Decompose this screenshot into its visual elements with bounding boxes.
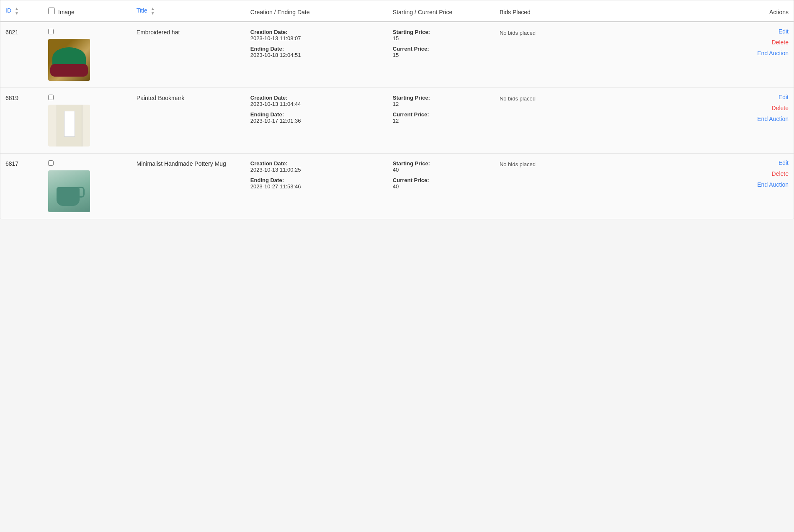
table-row: 6817Minimalist Handmade Pottery Mug Crea… (0, 154, 794, 219)
end-auction-button-2[interactable]: End Auction (699, 181, 789, 188)
cell-actions-2: Edit Delete End Auction (694, 154, 794, 219)
creation-date-value-0: 2023-10-13 11:08:07 (250, 35, 383, 41)
edit-button-2[interactable]: Edit (699, 159, 789, 166)
delete-button-0[interactable]: Delete (699, 39, 789, 46)
cell-bids-2: No bids placed (495, 154, 694, 219)
col-header-actions: Actions (694, 0, 794, 22)
col-header-title[interactable]: Title ▲▼ (131, 0, 245, 22)
col-header-price: Starting / Current Price (388, 0, 495, 22)
current-price-label-0: Current Price: (393, 46, 490, 52)
creation-date-label-2: Creation Date: (250, 160, 383, 167)
starting-price-label-1: Starting Price: (393, 95, 490, 101)
starting-price-label-2: Starting Price: (393, 160, 490, 167)
current-price-label-2: Current Price: (393, 177, 490, 183)
cell-image-2 (43, 154, 131, 219)
product-image-0 (48, 39, 90, 81)
current-price-value-0: 15 (393, 52, 490, 58)
title-sort-icon[interactable]: ▲▼ (151, 6, 155, 15)
delete-button-2[interactable]: Delete (699, 170, 789, 177)
table-row: 6819Painted Bookmark Creation Date: 2023… (0, 88, 794, 154)
cell-price-2: Starting Price: 40 Current Price: 40 (388, 154, 495, 219)
current-price-label-1: Current Price: (393, 111, 490, 118)
end-auction-button-0[interactable]: End Auction (699, 50, 789, 57)
cell-title-1: Painted Bookmark (131, 88, 245, 154)
cell-id-1: 6819 (0, 88, 43, 154)
product-image-2 (48, 170, 90, 212)
creation-date-value-1: 2023-10-13 11:04:44 (250, 101, 383, 107)
starting-price-value-1: 12 (393, 101, 490, 107)
ending-date-value-2: 2023-10-27 11:53:46 (250, 183, 383, 190)
cell-id-0: 6821 (0, 22, 43, 88)
auction-table: ID ▲▼ Image Title ▲▼ (0, 0, 794, 219)
cell-dates-2: Creation Date: 2023-10-13 11:00:25 Endin… (245, 154, 388, 219)
delete-button-1[interactable]: Delete (699, 105, 789, 111)
id-sort-icon[interactable]: ▲▼ (15, 6, 19, 15)
cell-id-2: 6817 (0, 154, 43, 219)
ending-date-label-0: Ending Date: (250, 46, 383, 52)
table-header-row: ID ▲▼ Image Title ▲▼ (0, 0, 794, 22)
creation-date-label-1: Creation Date: (250, 95, 383, 101)
cell-bids-0: No bids placed (495, 22, 694, 88)
edit-button-1[interactable]: Edit (699, 94, 789, 100)
cell-image-1 (43, 88, 131, 154)
cell-image-0 (43, 22, 131, 88)
cell-price-0: Starting Price: 15 Current Price: 15 (388, 22, 495, 88)
cell-actions-1: Edit Delete End Auction (694, 88, 794, 154)
ending-date-value-0: 2023-10-18 12:04:51 (250, 52, 383, 58)
end-auction-button-1[interactable]: End Auction (699, 116, 789, 122)
col-header-bids: Bids Placed (495, 0, 694, 22)
starting-price-value-0: 15 (393, 35, 490, 41)
product-image-1 (48, 105, 90, 146)
cell-title-0: Embroidered hat (131, 22, 245, 88)
select-all-checkbox-wrap[interactable] (48, 8, 55, 14)
current-price-value-1: 12 (393, 118, 490, 124)
row-checkbox-2[interactable] (48, 160, 54, 166)
creation-date-label-0: Creation Date: (250, 29, 383, 35)
row-checkbox-1[interactable] (48, 95, 54, 100)
col-header-image: Image (43, 0, 131, 22)
col-header-dates: Creation / Ending Date (245, 0, 388, 22)
cell-bids-1: No bids placed (495, 88, 694, 154)
creation-date-value-2: 2023-10-13 11:00:25 (250, 167, 383, 173)
col-header-id[interactable]: ID ▲▼ (0, 0, 43, 22)
ending-date-value-1: 2023-10-17 12:01:36 (250, 118, 383, 124)
cell-dates-0: Creation Date: 2023-10-13 11:08:07 Endin… (245, 22, 388, 88)
cell-actions-0: Edit Delete End Auction (694, 22, 794, 88)
current-price-value-2: 40 (393, 183, 490, 190)
cell-price-1: Starting Price: 12 Current Price: 12 (388, 88, 495, 154)
ending-date-label-2: Ending Date: (250, 177, 383, 183)
edit-button-0[interactable]: Edit (699, 28, 789, 35)
starting-price-value-2: 40 (393, 167, 490, 173)
cell-dates-1: Creation Date: 2023-10-13 11:04:44 Endin… (245, 88, 388, 154)
cell-title-2: Minimalist Handmade Pottery Mug (131, 154, 245, 219)
ending-date-label-1: Ending Date: (250, 111, 383, 118)
row-checkbox-0[interactable] (48, 29, 54, 34)
starting-price-label-0: Starting Price: (393, 29, 490, 35)
table-row: 6821Embroidered hat Creation Date: 2023-… (0, 22, 794, 88)
select-all-checkbox[interactable] (48, 8, 55, 14)
